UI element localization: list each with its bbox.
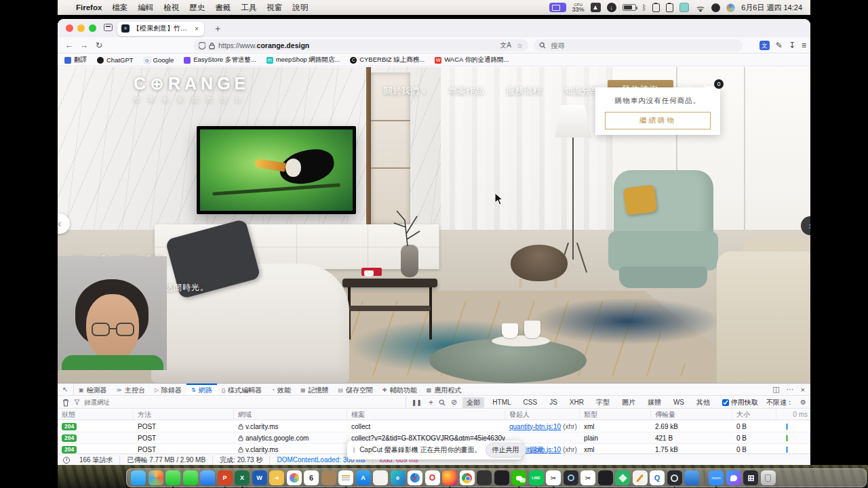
- dock-green-diamond-app-icon[interactable]: [615, 470, 630, 485]
- dock-design-app-icon[interactable]: [633, 470, 648, 485]
- col-initiator[interactable]: 發起人: [505, 409, 580, 420]
- col-status[interactable]: 狀態: [58, 409, 134, 420]
- disable-cache-toggle[interactable]: 停用快取: [722, 398, 758, 407]
- search-requests-icon[interactable]: [439, 399, 446, 406]
- nav-knowledge[interactable]: 知識分享: [564, 85, 599, 97]
- dock-edge-icon[interactable]: e: [391, 470, 406, 485]
- devtools-tab-memory[interactable]: ▦記憶體: [296, 384, 334, 395]
- dock-line-icon[interactable]: LINE: [529, 470, 544, 485]
- dock-word-icon[interactable]: W: [252, 470, 267, 485]
- filter-ws[interactable]: WS: [669, 398, 688, 407]
- control-center-icon[interactable]: [711, 3, 720, 12]
- col-file[interactable]: 檔案: [347, 409, 505, 420]
- bookmark-translate[interactable]: 翻譯: [64, 56, 87, 64]
- app-menu-icon[interactable]: ≡: [802, 41, 806, 50]
- bluetooth-icon[interactable]: ᛒ: [642, 3, 647, 12]
- devtools-close-icon[interactable]: ×: [801, 386, 805, 394]
- devtools-tab-console[interactable]: ≫主控台: [112, 384, 150, 395]
- translate-page-icon[interactable]: 文A: [500, 41, 511, 50]
- filter-css[interactable]: CSS: [519, 398, 542, 407]
- menubar-color-app-icon[interactable]: [726, 3, 735, 12]
- url-filter-input[interactable]: [83, 398, 191, 407]
- col-transferred[interactable]: 傳輸量: [651, 409, 732, 420]
- close-window-button[interactable]: [66, 24, 73, 32]
- nav-about[interactable]: 關於我們∨: [384, 85, 427, 97]
- bookmark-chatgpt[interactable]: ChatGPT: [97, 56, 134, 64]
- node-picker-icon[interactable]: ↖: [58, 384, 74, 395]
- dock-excel-icon[interactable]: X: [235, 470, 250, 485]
- dock-qq-browser-icon[interactable]: Q: [650, 470, 665, 485]
- screen-sharing-icon[interactable]: [549, 3, 566, 12]
- dock-photos-icon[interactable]: [287, 470, 302, 485]
- extension-pen-icon[interactable]: ✎: [776, 41, 783, 50]
- bookmark-easystore[interactable]: EasyStore 多管道整...: [184, 56, 256, 64]
- reload-button[interactable]: ↻: [93, 39, 105, 52]
- dock-obs-icon[interactable]: [667, 470, 682, 485]
- filter-xhr[interactable]: XHR: [566, 398, 588, 407]
- dock-zoom-icon[interactable]: zoom: [709, 470, 724, 485]
- dock-video-app-icon[interactable]: [598, 470, 613, 485]
- dock-trash-icon[interactable]: [761, 470, 776, 485]
- request-row[interactable]: 204 POST v.clarity.ms collect quantity-b…: [58, 421, 810, 432]
- dock-capcut2-icon[interactable]: ✂: [580, 470, 595, 485]
- url-bar[interactable]: https://www.corange.design 文A ☆: [193, 39, 528, 52]
- devtools-tab-accessibility[interactable]: ✚輔助功能: [378, 384, 422, 395]
- col-method[interactable]: 方法: [134, 409, 234, 420]
- menubar-clock[interactable]: 6月6日 週四 14:24: [741, 3, 802, 13]
- stop-sharing-button[interactable]: 停止共用: [486, 443, 526, 458]
- clipboard-icon-2[interactable]: [666, 3, 673, 12]
- dock-wechat-icon[interactable]: [511, 470, 526, 485]
- forward-button[interactable]: →: [78, 39, 90, 52]
- menubar-teal-app-icon[interactable]: [679, 3, 689, 12]
- filter-html[interactable]: HTML: [488, 398, 515, 407]
- dock-safari-icon[interactable]: [408, 470, 422, 485]
- pause-recording-icon[interactable]: ❚❚: [410, 399, 423, 406]
- firefox-view-icon[interactable]: [104, 24, 113, 31]
- tab-close-icon[interactable]: ×: [195, 25, 199, 33]
- lock-icon[interactable]: [209, 42, 215, 49]
- translate-active-icon[interactable]: 文: [760, 41, 770, 50]
- har-clock-icon[interactable]: [63, 457, 70, 464]
- col-type[interactable]: 類型: [580, 409, 651, 420]
- dock-mail-icon[interactable]: [200, 470, 215, 485]
- cpu-monitor[interactable]: CPU33%: [572, 3, 585, 13]
- filter-all[interactable]: 全部: [462, 397, 484, 408]
- dock-firefox-icon[interactable]: [442, 470, 457, 485]
- devtools-tab-inspector[interactable]: ▣檢測器: [74, 384, 112, 395]
- network-settings-icon[interactable]: ⚙: [800, 399, 806, 406]
- dock-appstore-icon[interactable]: A: [356, 470, 371, 485]
- bookmark-meepshop[interactable]: mmeepShop 網路開店...: [267, 56, 340, 64]
- initiator-link[interactable]: quantity-btn.js:10: [509, 423, 561, 430]
- block-requests-icon[interactable]: ⊘: [450, 398, 458, 407]
- search-input[interactable]: [549, 41, 685, 50]
- col-domain[interactable]: 網域: [234, 409, 347, 420]
- dock-calendar-icon[interactable]: 6: [304, 470, 319, 485]
- nav-projects[interactable]: 專案作品: [449, 85, 484, 97]
- menu-firefox[interactable]: Firefox: [76, 3, 102, 12]
- dock-messages-icon[interactable]: [165, 470, 180, 485]
- browser-tab[interactable]: + 【橙果創意】竹北室內設計．新竹 ×: [117, 22, 204, 36]
- continue-shopping-button[interactable]: 繼續購物: [605, 112, 711, 129]
- dock-keypad-app-icon[interactable]: [743, 470, 758, 485]
- filter-fonts[interactable]: 字型: [592, 397, 614, 408]
- clipboard-icon[interactable]: [652, 3, 660, 12]
- url-filter-field[interactable]: [74, 396, 406, 408]
- dock-downloads-icon[interactable]: ➜: [269, 470, 284, 485]
- menu-file[interactable]: 檔案: [112, 3, 127, 13]
- battery-icon[interactable]: [623, 4, 636, 11]
- dock-notes-icon[interactable]: [338, 470, 353, 485]
- drag-handle-icon[interactable]: ‖: [353, 447, 355, 454]
- wifi-icon[interactable]: [695, 3, 705, 12]
- menubar-app-icon[interactable]: [591, 3, 601, 12]
- devtools-tab-debugger[interactable]: ▷除錯器: [150, 384, 186, 395]
- devtools-menu-icon[interactable]: ⋯: [787, 385, 794, 394]
- dock-capcut-icon[interactable]: ✂: [546, 470, 561, 485]
- dock-facetime-icon[interactable]: [183, 470, 198, 485]
- throttling-select[interactable]: 不限速：: [766, 398, 793, 407]
- new-tab-button[interactable]: +: [211, 22, 224, 35]
- menu-history[interactable]: 歷史: [189, 3, 205, 13]
- dock-files-icon[interactable]: [373, 470, 388, 485]
- hide-sharing-link[interactable]: 隱藏: [530, 445, 544, 455]
- new-request-icon[interactable]: +: [427, 398, 435, 407]
- devtools-tab-network[interactable]: ⇅網路: [186, 384, 217, 395]
